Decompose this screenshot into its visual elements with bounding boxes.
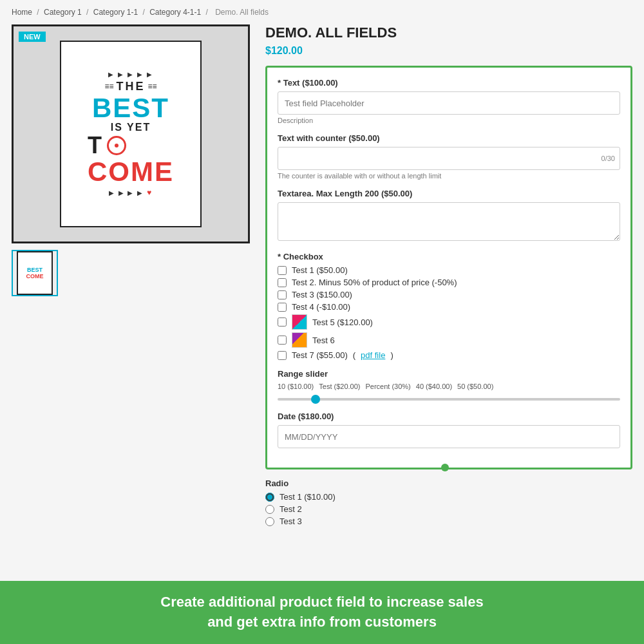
text-counter-label: Text with counter ($50.00)	[278, 133, 620, 143]
range-slider-label: Range slider	[278, 369, 620, 379]
checkbox-list: Test 1 ($50.00) Test 2. Minus 50% of pro…	[278, 265, 620, 360]
breadcrumb-cat4-1-1[interactable]: Category 4-1-1	[149, 8, 201, 17]
breadcrumb-cat1-1[interactable]: Category 1-1	[93, 8, 138, 17]
product-info: DEMO. ALL FIELDS $120.00 * Text ($100.00…	[265, 24, 632, 581]
radio-label: Radio	[265, 478, 632, 488]
checkbox-2[interactable]	[278, 278, 287, 287]
range-labels: 10 ($10.00) Test ($20.00) Percent (30%) …	[278, 383, 620, 390]
radio-list: Test 1 ($10.00) Test 2 Test 3	[265, 492, 632, 526]
date-input[interactable]	[278, 425, 620, 448]
text-field-label: * Text ($100.00)	[278, 78, 620, 88]
banner-line2: and get extra info from customers	[13, 612, 631, 632]
date-group: Date ($180.00)	[278, 412, 620, 448]
list-item: Test 6	[278, 332, 620, 348]
textarea-label: Textarea. Max Length 200 ($50.00)	[278, 189, 620, 198]
new-badge: NEW	[19, 32, 46, 42]
checkbox-group: * Checkbox Test 1 ($50.00) Test 2. Minus…	[278, 252, 620, 360]
banner-line1: Create additional product field to incre…	[13, 592, 631, 612]
list-item: Test 1 ($10.00)	[265, 492, 632, 502]
poster-art: ▶ ▶ ▶ ▶ ▶ ≡≡ THE ≡≡ BEST IS YET T	[60, 41, 202, 227]
text-field-group: * Text ($100.00) Description	[278, 78, 620, 124]
radio-1[interactable]	[265, 493, 274, 502]
breadcrumb-home[interactable]: Home	[12, 8, 32, 17]
list-item: Test 5 ($120.00)	[278, 314, 620, 330]
checkbox-6[interactable]	[278, 336, 287, 345]
thumbnail-1[interactable]: BEST COME	[12, 250, 58, 296]
radio-group: Radio Test 1 ($10.00) Test 2 Test 3	[265, 478, 632, 526]
swatch-6	[292, 332, 307, 348]
range-slider-group: Range slider 10 ($10.00) Test ($20.00) P…	[278, 369, 620, 402]
counter-badge: 0/30	[601, 155, 615, 162]
checkbox-label: * Checkbox	[278, 252, 620, 261]
range-slider-input[interactable]	[278, 398, 620, 401]
product-title: DEMO. ALL FIELDS	[265, 24, 632, 41]
list-item: Test 2. Minus 50% of product of price (-…	[278, 278, 620, 287]
radio-2[interactable]	[265, 505, 274, 514]
text-counter-group: Text with counter ($50.00) 0/30 The coun…	[278, 133, 620, 180]
main-image: NEW ▶ ▶ ▶ ▶ ▶ ≡≡ THE ≡≡ BEST IS YET	[12, 24, 250, 243]
list-item: Test 4 (-$10.00)	[278, 302, 620, 312]
checkbox-5[interactable]	[278, 317, 287, 327]
breadcrumb: Home / Category 1 / Category 1-1 / Categ…	[0, 0, 644, 24]
list-item: Test 1 ($50.00)	[278, 265, 620, 275]
text-field-input[interactable]	[278, 91, 620, 115]
connector-dot	[441, 464, 449, 471]
text-counter-input[interactable]	[278, 147, 620, 170]
text-counter-description: The counter is available with or without…	[278, 172, 620, 180]
list-item: Test 2	[265, 504, 632, 514]
breadcrumb-cat1[interactable]: Category 1	[44, 8, 82, 17]
date-label: Date ($180.00)	[278, 412, 620, 421]
list-item: Test 7 ($55.00) (pdf file)	[278, 350, 620, 360]
text-field-description: Description	[278, 117, 620, 124]
checkbox-3[interactable]	[278, 290, 287, 299]
list-item: Test 3	[265, 516, 632, 526]
textarea-group: Textarea. Max Length 200 ($50.00)	[278, 189, 620, 243]
textarea-input[interactable]	[278, 202, 620, 241]
checkbox-4[interactable]	[278, 303, 287, 312]
breadcrumb-current: Demo. All fields	[215, 8, 269, 17]
pdf-link[interactable]: pdf file	[361, 350, 385, 360]
checkbox-1[interactable]	[278, 266, 287, 275]
list-item: Test 3 ($150.00)	[278, 290, 620, 299]
radio-3[interactable]	[265, 517, 274, 526]
fields-form: * Text ($100.00) Description Text with c…	[265, 66, 632, 469]
product-images: NEW ▶ ▶ ▶ ▶ ▶ ≡≡ THE ≡≡ BEST IS YET	[12, 24, 250, 581]
product-price: $120.00	[265, 45, 632, 57]
checkbox-7[interactable]	[278, 351, 287, 360]
bottom-banner: Create additional product field to incre…	[0, 581, 644, 644]
swatch-5	[292, 314, 307, 330]
